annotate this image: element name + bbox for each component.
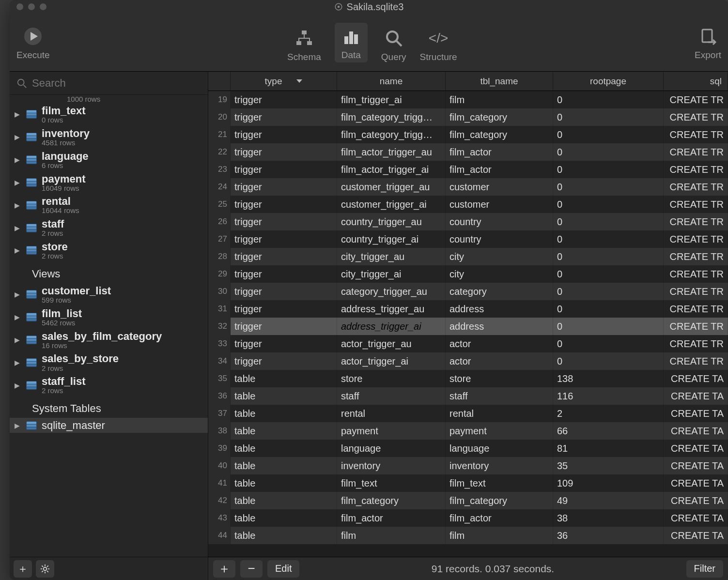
cell-sql[interactable]: CREATE TR [664,230,728,248]
cell-tbl-name[interactable]: film_actor [446,143,553,161]
col-name[interactable]: name [337,72,446,91]
cell-sql[interactable]: CREATE TR [664,178,728,196]
cell-tbl-name[interactable]: language [446,440,553,457]
cell-name[interactable]: film [337,527,446,544]
cell-type[interactable]: trigger [231,108,337,126]
cell-tbl-name[interactable]: film_category [446,126,553,143]
disclosure-icon[interactable]: ▶ [15,156,20,164]
cell-sql[interactable]: CREATE TR [664,300,728,318]
cell-type[interactable]: trigger [231,196,337,213]
cell-name[interactable]: actor_trigger_au [337,335,446,352]
cell-rootpage[interactable]: 0 [553,196,664,213]
query-tab[interactable]: Query [381,27,406,62]
table-row[interactable]: 19triggerfilm_trigger_aifilm0CREATE TR [208,91,728,108]
cell-name[interactable]: language [337,440,446,457]
cell-rootpage[interactable]: 0 [553,230,664,248]
cell-name[interactable]: payment [337,422,446,440]
cell-sql[interactable]: CREATE TA [664,440,728,457]
table-row[interactable]: 20triggerfilm_category_trigg…film_catego… [208,108,728,126]
cell-rootpage[interactable]: 0 [553,91,664,108]
cell-sql[interactable]: CREATE TR [664,126,728,143]
cell-rootpage[interactable]: 138 [553,370,664,387]
cell-name[interactable]: inventory [337,457,446,474]
cell-tbl-name[interactable]: country [446,213,553,230]
cell-sql[interactable]: CREATE TA [664,509,728,527]
cell-sql[interactable]: CREATE TA [664,422,728,440]
table-row[interactable]: 26triggercountry_trigger_aucountry0CREAT… [208,213,728,230]
cell-tbl-name[interactable]: film_actor [446,161,553,178]
col-rootpage[interactable]: rootpage [553,72,664,91]
cell-rootpage[interactable]: 109 [553,474,664,492]
cell-rootpage[interactable]: 0 [553,265,664,283]
cell-rootpage[interactable]: 0 [553,352,664,370]
cell-rootpage[interactable]: 0 [553,161,664,178]
cell-sql[interactable]: CREATE TA [664,527,728,544]
disclosure-icon[interactable]: ▶ [15,224,20,232]
cell-type[interactable]: trigger [231,265,337,283]
disclosure-icon[interactable]: ▶ [15,133,20,141]
cell-name[interactable]: address_trigger_au [337,300,446,318]
search-bar[interactable] [10,72,208,95]
table-row[interactable]: 32triggeraddress_trigger_aiaddress0CREAT… [208,318,728,335]
sidebar-item-sales_by_film_category[interactable]: ▶sales_by_film_category16 rows [10,329,208,351]
sidebar-item-inventory[interactable]: ▶inventory4581 rows [10,126,208,149]
cell-name[interactable]: address_trigger_ai [337,318,446,335]
cell-tbl-name[interactable]: staff [446,387,553,405]
table-row[interactable]: 37tablerentalrental2CREATE TA [208,405,728,422]
table-row[interactable]: 44tablefilmfilm36CREATE TA [208,527,728,544]
cell-rootpage[interactable]: 0 [553,283,664,300]
search-input[interactable] [32,77,201,90]
cell-rootpage[interactable]: 0 [553,300,664,318]
cell-sql[interactable]: CREATE TR [664,318,728,335]
table-row[interactable]: 42tablefilm_categoryfilm_category49CREAT… [208,492,728,509]
cell-tbl-name[interactable]: category [446,283,553,300]
disclosure-icon[interactable]: ▶ [15,179,20,186]
close-dot[interactable] [16,3,23,10]
sidebar-item-language[interactable]: ▶language6 rows [10,149,208,171]
structure-tab[interactable]: </> Structure [420,27,457,62]
cell-tbl-name[interactable]: store [446,370,553,387]
sidebar-item-staff[interactable]: ▶staff2 rows [10,216,208,239]
cell-sql[interactable]: CREATE TR [664,143,728,161]
cell-type[interactable]: trigger [231,248,337,265]
cell-rootpage[interactable]: 0 [553,335,664,352]
cell-sql[interactable]: CREATE TR [664,283,728,300]
settings-button[interactable] [36,560,54,578]
cell-sql[interactable]: CREATE TR [664,196,728,213]
table-row[interactable]: 31triggeraddress_trigger_auaddress0CREAT… [208,300,728,318]
table-row[interactable]: 36tablestaffstaff116CREATE TA [208,387,728,405]
cell-type[interactable]: trigger [231,352,337,370]
cell-name[interactable]: country_trigger_ai [337,230,446,248]
cell-type[interactable]: trigger [231,161,337,178]
cell-rootpage[interactable]: 0 [553,108,664,126]
cell-sql[interactable]: CREATE TR [664,352,728,370]
cell-sql[interactable]: CREATE TA [664,492,728,509]
cell-type[interactable]: trigger [231,318,337,335]
cell-tbl-name[interactable]: address [446,318,553,335]
cell-type[interactable]: table [231,405,337,422]
cell-rootpage[interactable]: 49 [553,492,664,509]
cell-sql[interactable]: CREATE TA [664,474,728,492]
cell-rootpage[interactable]: 66 [553,422,664,440]
cell-type[interactable]: table [231,509,337,527]
cell-tbl-name[interactable]: film_category [446,108,553,126]
cell-name[interactable]: actor_trigger_ai [337,352,446,370]
disclosure-icon[interactable]: ▶ [15,201,20,209]
execute-button[interactable]: Execute [16,25,50,61]
cell-tbl-name[interactable]: film [446,527,553,544]
edit-button[interactable]: Edit [267,560,299,578]
table-row[interactable]: 23triggerfilm_actor_trigger_aifilm_actor… [208,161,728,178]
cell-name[interactable]: film_actor_trigger_ai [337,161,446,178]
cell-sql[interactable]: CREATE TR [664,248,728,265]
cell-name[interactable]: film_actor_trigger_au [337,143,446,161]
disclosure-icon[interactable]: ▶ [15,110,20,118]
minimize-dot[interactable] [28,3,35,10]
cell-type[interactable]: trigger [231,91,337,108]
cell-name[interactable]: film_category [337,492,446,509]
cell-sql[interactable]: CREATE TR [664,213,728,230]
export-button[interactable]: Export [695,25,721,61]
cell-rootpage[interactable]: 0 [553,248,664,265]
table-row[interactable]: 38tablepaymentpayment66CREATE TA [208,422,728,440]
cell-tbl-name[interactable]: film_text [446,474,553,492]
table-row[interactable]: 25triggercustomer_trigger_aicustomer0CRE… [208,196,728,213]
